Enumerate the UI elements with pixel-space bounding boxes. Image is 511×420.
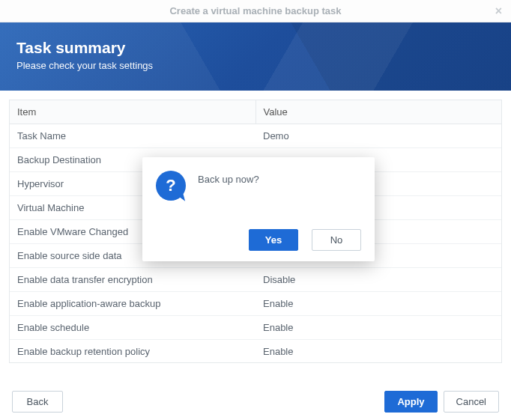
table-cell-value: Enable bbox=[256, 292, 501, 316]
window-titlebar: Create a virtual machine backup task × bbox=[0, 0, 511, 22]
table-row: Enable scheduleEnable bbox=[10, 316, 501, 340]
yes-button[interactable]: Yes bbox=[249, 229, 298, 251]
confirm-dialog-body: ? Back up now? bbox=[156, 171, 361, 216]
column-header-item: Item bbox=[10, 100, 256, 124]
wizard-banner: Task summary Please check your task sett… bbox=[0, 22, 511, 91]
table-cell-item: Enable application-aware backup bbox=[10, 292, 256, 316]
apply-button[interactable]: Apply bbox=[384, 391, 437, 413]
table-cell-value: Disable bbox=[256, 268, 501, 292]
wizard-footer: Back Apply Cancel bbox=[0, 383, 511, 420]
back-button[interactable]: Back bbox=[12, 391, 63, 413]
table-row: Enable application-aware backupEnable bbox=[10, 292, 501, 316]
table-cell-item: Task Name bbox=[10, 124, 256, 148]
question-icon: ? bbox=[156, 171, 186, 201]
confirm-dialog-footer: Yes No bbox=[156, 229, 361, 251]
cancel-button[interactable]: Cancel bbox=[444, 391, 499, 413]
confirm-dialog: ? Back up now? Yes No bbox=[142, 157, 375, 261]
table-cell-item: Enable schedule bbox=[10, 316, 256, 340]
table-cell-value: Demo bbox=[256, 124, 501, 148]
window-title: Create a virtual machine backup task bbox=[169, 5, 341, 16]
table-cell-value: Enable bbox=[256, 316, 501, 340]
confirm-dialog-message: Back up now? bbox=[198, 171, 259, 185]
no-button[interactable]: No bbox=[312, 229, 361, 251]
page-subtitle: Please check your task settings bbox=[16, 60, 495, 71]
column-header-value: Value bbox=[256, 100, 501, 124]
close-icon[interactable]: × bbox=[495, 0, 502, 22]
table-row: Enable data transfer encryptionDisable bbox=[10, 268, 501, 292]
page-title: Task summary bbox=[16, 39, 495, 57]
table-cell-item: Enable data transfer encryption bbox=[10, 268, 256, 292]
table-cell-value: Enable bbox=[256, 340, 501, 364]
table-cell-item: Enable backup retention policy bbox=[10, 340, 256, 364]
table-row: Task NameDemo bbox=[10, 124, 501, 148]
table-row: Enable backup retention policyEnable bbox=[10, 340, 501, 364]
